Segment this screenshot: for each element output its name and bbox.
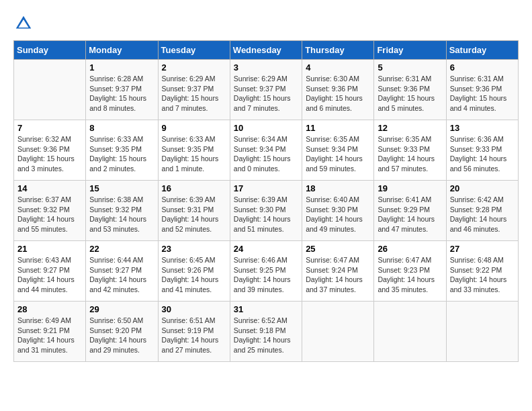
calendar-cell: 29Sunrise: 6:50 AM Sunset: 9:20 PM Dayli… — [86, 302, 158, 362]
calendar-cell: 18Sunrise: 6:40 AM Sunset: 9:30 PM Dayli… — [302, 181, 374, 241]
date-number: 13 — [450, 123, 515, 133]
calendar-cell: 4Sunrise: 6:30 AM Sunset: 9:36 PM Daylig… — [302, 60, 374, 120]
cell-info: Sunrise: 6:31 AM Sunset: 9:36 PM Dayligh… — [378, 74, 442, 113]
calendar-cell: 25Sunrise: 6:47 AM Sunset: 9:24 PM Dayli… — [302, 241, 374, 302]
date-number: 25 — [306, 244, 370, 254]
calendar-cell: 9Sunrise: 6:33 AM Sunset: 9:35 PM Daylig… — [158, 120, 230, 181]
cell-info: Sunrise: 6:45 AM Sunset: 9:26 PM Dayligh… — [162, 255, 226, 295]
calendar-cell: 5Sunrise: 6:31 AM Sunset: 9:36 PM Daylig… — [374, 60, 446, 120]
date-number: 14 — [17, 183, 82, 193]
date-number: 19 — [378, 183, 442, 193]
calendar-cell: 28Sunrise: 6:49 AM Sunset: 9:21 PM Dayli… — [14, 302, 86, 362]
calendar-cell: 16Sunrise: 6:39 AM Sunset: 9:31 PM Dayli… — [158, 181, 230, 241]
date-number: 30 — [162, 304, 226, 314]
cell-info: Sunrise: 6:42 AM Sunset: 9:28 PM Dayligh… — [450, 195, 515, 234]
cell-info: Sunrise: 6:33 AM Sunset: 9:35 PM Dayligh… — [162, 134, 226, 174]
calendar-cell: 12Sunrise: 6:35 AM Sunset: 9:33 PM Dayli… — [374, 120, 446, 181]
calendar-cell: 21Sunrise: 6:43 AM Sunset: 9:27 PM Dayli… — [14, 241, 86, 302]
calendar-cell: 20Sunrise: 6:42 AM Sunset: 9:28 PM Dayli… — [446, 181, 518, 241]
calendar-week-4: 21Sunrise: 6:43 AM Sunset: 9:27 PM Dayli… — [14, 241, 519, 302]
calendar-week-5: 28Sunrise: 6:49 AM Sunset: 9:21 PM Dayli… — [14, 302, 519, 362]
calendar-cell — [302, 302, 374, 362]
date-number: 24 — [234, 244, 298, 254]
calendar-week-3: 14Sunrise: 6:37 AM Sunset: 9:32 PM Dayli… — [14, 181, 519, 241]
calendar-body: 1Sunrise: 6:28 AM Sunset: 9:37 PM Daylig… — [14, 60, 519, 362]
date-number: 18 — [306, 183, 370, 193]
cell-info: Sunrise: 6:30 AM Sunset: 9:36 PM Dayligh… — [306, 74, 370, 113]
date-number: 27 — [450, 244, 515, 254]
day-header-tuesday: Tuesday — [158, 41, 230, 60]
cell-info: Sunrise: 6:49 AM Sunset: 9:21 PM Dayligh… — [17, 316, 82, 355]
cell-info: Sunrise: 6:41 AM Sunset: 9:29 PM Dayligh… — [378, 195, 442, 234]
calendar-cell: 31Sunrise: 6:52 AM Sunset: 9:18 PM Dayli… — [230, 302, 302, 362]
date-number: 11 — [306, 123, 370, 133]
calendar-cell: 27Sunrise: 6:48 AM Sunset: 9:22 PM Dayli… — [446, 241, 518, 302]
date-number: 2 — [162, 62, 226, 73]
calendar-table: SundayMondayTuesdayWednesdayThursdayFrid… — [13, 40, 519, 362]
calendar-cell: 10Sunrise: 6:34 AM Sunset: 9:34 PM Dayli… — [230, 120, 302, 181]
page-header — [13, 13, 519, 34]
calendar-cell: 11Sunrise: 6:35 AM Sunset: 9:34 PM Dayli… — [302, 120, 374, 181]
date-number: 6 — [450, 62, 515, 73]
date-number: 12 — [378, 123, 442, 133]
cell-info: Sunrise: 6:34 AM Sunset: 9:34 PM Dayligh… — [234, 134, 298, 174]
cell-info: Sunrise: 6:38 AM Sunset: 9:32 PM Dayligh… — [89, 195, 154, 234]
day-header-wednesday: Wednesday — [230, 41, 302, 60]
cell-info: Sunrise: 6:36 AM Sunset: 9:33 PM Dayligh… — [450, 134, 515, 174]
date-number: 5 — [378, 62, 442, 73]
calendar-cell: 2Sunrise: 6:29 AM Sunset: 9:37 PM Daylig… — [158, 60, 230, 120]
calendar-cell — [446, 302, 518, 362]
cell-info: Sunrise: 6:51 AM Sunset: 9:19 PM Dayligh… — [162, 316, 226, 355]
calendar-cell: 14Sunrise: 6:37 AM Sunset: 9:32 PM Dayli… — [14, 181, 86, 241]
cell-info: Sunrise: 6:43 AM Sunset: 9:27 PM Dayligh… — [17, 255, 82, 295]
cell-info: Sunrise: 6:33 AM Sunset: 9:35 PM Dayligh… — [89, 134, 154, 174]
date-number: 8 — [89, 123, 154, 133]
cell-info: Sunrise: 6:35 AM Sunset: 9:34 PM Dayligh… — [306, 134, 370, 174]
calendar-cell: 15Sunrise: 6:38 AM Sunset: 9:32 PM Dayli… — [86, 181, 158, 241]
date-number: 29 — [89, 304, 154, 314]
date-number: 31 — [234, 304, 298, 314]
calendar-cell: 1Sunrise: 6:28 AM Sunset: 9:37 PM Daylig… — [86, 60, 158, 120]
date-number: 23 — [162, 244, 226, 254]
cell-info: Sunrise: 6:47 AM Sunset: 9:23 PM Dayligh… — [378, 255, 442, 295]
calendar-cell: 30Sunrise: 6:51 AM Sunset: 9:19 PM Dayli… — [158, 302, 230, 362]
calendar-cell: 19Sunrise: 6:41 AM Sunset: 9:29 PM Dayli… — [374, 181, 446, 241]
date-number: 3 — [234, 62, 298, 73]
calendar-cell: 7Sunrise: 6:32 AM Sunset: 9:36 PM Daylig… — [14, 120, 86, 181]
calendar-cell: 17Sunrise: 6:39 AM Sunset: 9:30 PM Dayli… — [230, 181, 302, 241]
date-number: 10 — [234, 123, 298, 133]
calendar-cell: 6Sunrise: 6:31 AM Sunset: 9:36 PM Daylig… — [446, 60, 518, 120]
cell-info: Sunrise: 6:29 AM Sunset: 9:37 PM Dayligh… — [234, 74, 298, 113]
logo-icon — [13, 13, 34, 34]
calendar-header: SundayMondayTuesdayWednesdayThursdayFrid… — [14, 41, 519, 60]
cell-info: Sunrise: 6:32 AM Sunset: 9:36 PM Dayligh… — [17, 134, 82, 174]
date-number: 20 — [450, 183, 515, 193]
date-number: 22 — [89, 244, 154, 254]
cell-info: Sunrise: 6:35 AM Sunset: 9:33 PM Dayligh… — [378, 134, 442, 174]
calendar-cell: 22Sunrise: 6:44 AM Sunset: 9:27 PM Dayli… — [86, 241, 158, 302]
calendar-week-1: 1Sunrise: 6:28 AM Sunset: 9:37 PM Daylig… — [14, 60, 519, 120]
day-header-sunday: Sunday — [14, 41, 86, 60]
calendar-cell — [374, 302, 446, 362]
calendar-cell: 13Sunrise: 6:36 AM Sunset: 9:33 PM Dayli… — [446, 120, 518, 181]
date-number: 16 — [162, 183, 226, 193]
date-number: 4 — [306, 62, 370, 73]
day-header-saturday: Saturday — [446, 41, 518, 60]
date-number: 21 — [17, 244, 82, 254]
cell-info: Sunrise: 6:52 AM Sunset: 9:18 PM Dayligh… — [234, 316, 298, 355]
date-number: 1 — [89, 62, 154, 73]
calendar-cell: 26Sunrise: 6:47 AM Sunset: 9:23 PM Dayli… — [374, 241, 446, 302]
calendar-cell: 8Sunrise: 6:33 AM Sunset: 9:35 PM Daylig… — [86, 120, 158, 181]
calendar-week-2: 7Sunrise: 6:32 AM Sunset: 9:36 PM Daylig… — [14, 120, 519, 181]
calendar-cell — [14, 60, 86, 120]
calendar-cell: 23Sunrise: 6:45 AM Sunset: 9:26 PM Dayli… — [158, 241, 230, 302]
date-number: 7 — [17, 123, 82, 133]
date-number: 26 — [378, 244, 442, 254]
cell-info: Sunrise: 6:39 AM Sunset: 9:31 PM Dayligh… — [162, 195, 226, 234]
cell-info: Sunrise: 6:29 AM Sunset: 9:37 PM Dayligh… — [162, 74, 226, 113]
day-header-monday: Monday — [86, 41, 158, 60]
logo — [13, 13, 36, 34]
calendar-cell: 24Sunrise: 6:46 AM Sunset: 9:25 PM Dayli… — [230, 241, 302, 302]
cell-info: Sunrise: 6:44 AM Sunset: 9:27 PM Dayligh… — [89, 255, 154, 295]
cell-info: Sunrise: 6:47 AM Sunset: 9:24 PM Dayligh… — [306, 255, 370, 295]
